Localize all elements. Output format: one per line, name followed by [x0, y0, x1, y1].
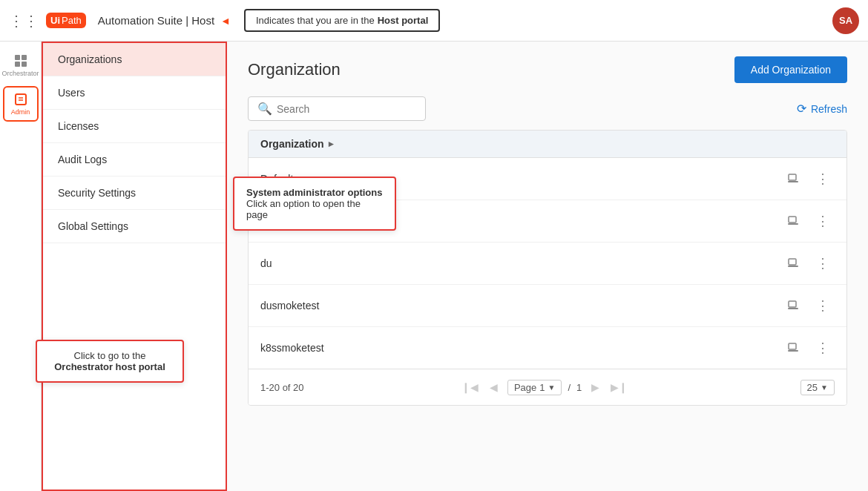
page-select[interactable]: Page 1 ▼ [507, 380, 562, 395]
table-row: du ⋮ [249, 243, 846, 285]
add-organization-button[interactable]: Add Organization [734, 56, 847, 83]
last-page-button[interactable]: ▶❙ [608, 377, 629, 398]
pagination-range: 1-20 of 20 [260, 382, 304, 393]
host-indicator: Indicates that you are in the Host porta… [244, 9, 440, 32]
arrow-icon: ◄ [220, 15, 231, 27]
prev-page-button[interactable]: ◀ [484, 377, 504, 398]
table-row: dusmoketest ⋮ [249, 285, 846, 327]
sort-icon[interactable]: ► [327, 139, 336, 149]
edit-icon [786, 299, 800, 312]
logo-ui: Ui [50, 15, 60, 26]
sidebar-item-organizations[interactable]: Organizations [43, 43, 226, 76]
admin-icon [13, 92, 28, 107]
svg-rect-0 [15, 55, 20, 60]
svg-rect-4 [16, 94, 26, 105]
svg-rect-10 [789, 217, 796, 223]
content-header: Organization Add Organization [248, 56, 847, 83]
sidebar: Organizations Users Licenses Audit Logs … [42, 42, 227, 491]
page-label: Page [514, 382, 536, 393]
current-page: 1 [539, 382, 545, 393]
more-icon-button[interactable]: ⋮ [811, 251, 835, 275]
sidebar-item-licenses[interactable]: Licenses [43, 110, 226, 143]
admin-label: Admin [11, 108, 30, 116]
sidebar-item-security-settings[interactable]: Security Settings [43, 177, 226, 210]
pagination-nav: ❙◀ ◀ Page 1 ▼ / 1 ▶ ▶❙ [460, 377, 629, 398]
svg-rect-1 [22, 55, 27, 60]
main-layout: Orchestrator Admin Organizations Users L… [0, 42, 868, 491]
svg-rect-12 [789, 259, 796, 265]
logo: Ui Path [46, 13, 86, 28]
tooltip-orch-line2: Orchestrator host portal [54, 361, 165, 372]
search-icon: 🔍 [257, 102, 272, 116]
svg-rect-16 [789, 343, 796, 349]
svg-rect-3 [22, 62, 27, 67]
org-name: k8ssmoketest [260, 342, 781, 354]
more-icon-button[interactable]: ⋮ [811, 167, 835, 191]
edit-icon-button[interactable] [781, 294, 805, 317]
org-column-header: Organization ► [260, 138, 335, 150]
host-bold-text: Host portal [378, 15, 429, 26]
svg-rect-8 [789, 174, 796, 180]
icon-nav: Orchestrator Admin [0, 42, 42, 491]
logo-path: Path [62, 15, 82, 26]
edit-icon [786, 214, 800, 228]
per-page-select[interactable]: 25 ▼ [800, 380, 835, 395]
org-name: du [260, 257, 781, 269]
edit-icon-button[interactable] [781, 167, 805, 191]
tooltip-admin-line1: System administrator options [246, 187, 382, 198]
sidebar-item-audit-logs[interactable]: Audit Logs [43, 143, 226, 177]
chevron-down-icon: ▼ [548, 383, 556, 392]
org-table: Organization ► Default [248, 130, 847, 406]
row-actions: ⋮ [781, 251, 835, 275]
tooltip-admin: System administrator options Click an op… [233, 177, 396, 231]
svg-rect-13 [788, 308, 798, 309]
sidebar-item-global-settings[interactable]: Global Settings [43, 210, 226, 243]
per-page-value: 25 [807, 382, 818, 393]
svg-rect-11 [788, 266, 798, 267]
topbar: ⋮⋮ Ui Path Automation Suite | Host ◄ Ind… [0, 0, 868, 42]
edit-icon-button[interactable] [781, 209, 805, 233]
sidebar-item-orchestrator[interactable]: Orchestrator [3, 47, 39, 83]
search-input-wrap[interactable]: 🔍 [248, 96, 426, 121]
app-title: Automation Suite | Host [98, 14, 214, 27]
row-actions: ⋮ [781, 167, 835, 191]
search-input[interactable] [277, 103, 416, 115]
host-indicator-text: Indicates that you are in the [256, 15, 375, 26]
edit-icon [786, 172, 800, 185]
more-icon-button[interactable]: ⋮ [811, 294, 835, 317]
svg-rect-9 [788, 223, 798, 225]
next-page-button[interactable]: ▶ [585, 377, 605, 398]
page-separator: / [568, 382, 571, 393]
row-actions: ⋮ [781, 294, 835, 317]
more-icon: ⋮ [816, 340, 829, 356]
tooltip-orch: Click to go to the Orchestrator host por… [36, 340, 184, 383]
org-table-header: Organization ► [249, 131, 846, 158]
total-pages: 1 [576, 382, 582, 393]
avatar[interactable]: SA [832, 7, 859, 34]
tooltip-orch-line1: Click to go to the [74, 350, 146, 361]
more-icon: ⋮ [816, 255, 829, 271]
row-actions: ⋮ [781, 336, 835, 360]
org-name: dusmoketest [260, 300, 781, 312]
more-icon: ⋮ [816, 297, 829, 314]
edit-icon-button[interactable] [781, 251, 805, 275]
search-bar: 🔍 ⟳ Refresh [248, 96, 847, 121]
orchestrator-label: Orchestrator [2, 70, 39, 77]
refresh-icon: ⟳ [797, 102, 806, 116]
tooltip-admin-line2: Click an option to open the page [246, 198, 361, 220]
edit-icon [786, 257, 800, 270]
edit-icon [786, 341, 800, 355]
refresh-button[interactable]: ⟳ Refresh [797, 102, 847, 116]
first-page-button[interactable]: ❙◀ [460, 377, 481, 398]
svg-rect-14 [789, 301, 796, 307]
sidebar-item-users[interactable]: Users [43, 76, 226, 110]
svg-rect-7 [788, 181, 798, 182]
logo-box: Ui Path [46, 13, 86, 28]
orchestrator-icon [13, 53, 28, 68]
edit-icon-button[interactable] [781, 336, 805, 360]
sidebar-item-admin[interactable]: Admin [3, 86, 39, 122]
grid-icon[interactable]: ⋮⋮ [9, 12, 39, 30]
more-icon-button[interactable]: ⋮ [811, 209, 835, 233]
more-icon: ⋮ [816, 171, 829, 187]
more-icon-button[interactable]: ⋮ [811, 336, 835, 360]
